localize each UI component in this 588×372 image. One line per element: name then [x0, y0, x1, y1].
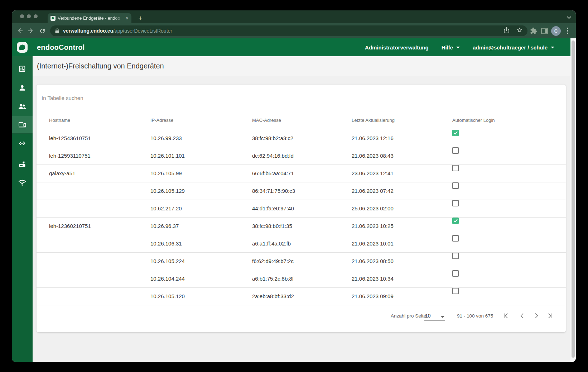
column-header-mac: MAC-Adresse	[252, 111, 281, 130]
nav-account-menu[interactable]: admin@schultraeger / schule	[473, 44, 554, 51]
browser-tab[interactable]: Verbundene Endgeräte - endoo ×	[48, 13, 131, 23]
cell-mac: 44:d1:fa:e0:97:40	[252, 200, 294, 217]
dashboard-chart-icon	[18, 65, 26, 73]
checkmark-icon	[453, 130, 458, 135]
auto-login-checkbox[interactable]	[452, 253, 459, 259]
table-header-row: Hostname IP-Adresse MAC-Adresse Letzte A…	[37, 111, 566, 130]
cell-mac: 86:34:71:75:90:c3	[252, 182, 295, 200]
back-icon[interactable]	[15, 27, 24, 35]
sidebar-item-devices[interactable]	[12, 116, 33, 133]
tab-close-icon[interactable]: ×	[126, 16, 129, 21]
forward-icon[interactable]	[27, 27, 35, 35]
address-bar[interactable]: verwaltung.endoo.eu/app/userDeviceListRo…	[50, 25, 527, 36]
sidebar-item-code[interactable]	[12, 135, 33, 152]
cell-updated: 21.06.2023 12:16	[352, 130, 394, 147]
device-row[interactable]: 10.26.105.129 86:34:71:75:90:c3 21.06.20…	[37, 182, 566, 200]
app-brand: endooControl	[37, 38, 85, 56]
browser-menu-icon[interactable]	[563, 27, 572, 35]
scrollbar-thumb[interactable]	[572, 40, 575, 358]
cell-ip: 10.62.217.20	[150, 200, 182, 217]
minimize-window-button[interactable]	[27, 14, 31, 18]
device-row[interactable]: 10.26.105.120 2a:eb:a8:bf:33:d2 21.06.20…	[37, 288, 566, 305]
page-content: In Tabelle suchen Hostname IP-Adresse MA…	[33, 76, 570, 362]
auto-login-checkbox[interactable]	[452, 165, 459, 171]
cell-updated: 21.06.2023 07:42	[352, 182, 394, 200]
device-row[interactable]: 10.26.104.244 a6:b1:75:2c:8b:8f 21.06.20…	[37, 270, 566, 288]
sidebar-item-user[interactable]	[12, 79, 33, 96]
cell-ip: 10.26.105.129	[150, 182, 185, 200]
auto-login-checkbox[interactable]	[452, 182, 459, 189]
cell-updated: 21.06.2023 09:09	[352, 288, 394, 305]
previous-page-icon[interactable]	[518, 311, 526, 320]
sidebar-item-users-group[interactable]	[12, 97, 33, 115]
cell-updated: 21.06.2023 10:34	[352, 270, 394, 287]
cell-ip: 10.26.101.101	[150, 147, 185, 164]
table-search-input[interactable]: In Tabelle suchen	[42, 93, 561, 103]
cell-updated: 21.06.2023 08:43	[352, 147, 394, 164]
next-page-icon[interactable]	[532, 311, 541, 320]
sidebar-item-router[interactable]	[12, 155, 33, 172]
device-row[interactable]: leh-12543610751 10.26.99.233 38:fc:98:b2…	[37, 130, 566, 147]
cell-updated: 21.06.2023 10:01	[352, 235, 394, 252]
window-controls	[20, 14, 38, 18]
cell-hostname: leh-12360210751	[49, 218, 91, 235]
device-table-body: leh-12543610751 10.26.99.233 38:fc:98:b2…	[37, 130, 566, 305]
nav-hilfe-menu[interactable]: Hilfe	[442, 44, 460, 51]
device-row[interactable]: 10.26.106.31 a6:a1:ff:4a:02:fb 21.06.202…	[37, 235, 566, 253]
bookmark-star-icon[interactable]	[516, 27, 523, 35]
chevron-down-icon	[456, 47, 460, 48]
column-header-ip: IP-Adresse	[150, 111, 173, 130]
zoom-window-button[interactable]	[34, 14, 38, 18]
first-page-icon[interactable]	[501, 311, 510, 320]
wifi-icon	[18, 178, 26, 187]
cell-ip: 10.26.96.37	[150, 218, 179, 235]
auto-login-checkbox[interactable]	[452, 288, 459, 294]
sidebar	[12, 38, 33, 362]
auto-login-checkbox[interactable]	[452, 147, 459, 154]
table-pagination: Anzahl pro Seite 10 91 - 100 von 675	[37, 305, 566, 332]
per-page-label: Anzahl pro Seite	[391, 313, 426, 319]
sidebar-item-logo[interactable]	[12, 38, 33, 56]
device-row[interactable]: leh-12593110751 10.26.101.101 dc:62:94:1…	[37, 147, 566, 165]
nav-administratorverwaltung[interactable]: Administratorverwaltung	[365, 44, 429, 51]
chevron-down-icon	[441, 316, 444, 318]
sidebar-item-wifi[interactable]	[12, 174, 33, 191]
device-row[interactable]: galaxy-a51 10.26.105.99 66:6f:b5:aa:04:7…	[37, 165, 566, 182]
main-area: endooControl Administratorverwaltung Hil…	[33, 38, 570, 362]
extensions-puzzle-icon[interactable]	[529, 27, 538, 35]
lock-icon[interactable]	[55, 28, 59, 34]
cell-mac: 38:fc:98:b0:f1:35	[252, 218, 292, 235]
device-table-card: In Tabelle suchen Hostname IP-Adresse MA…	[37, 85, 566, 332]
app-viewport: endooControl Administratorverwaltung Hil…	[12, 38, 576, 362]
browser-profile-avatar[interactable]: C	[551, 26, 561, 36]
url-path: /app/userDeviceListRouter	[113, 28, 172, 34]
page-title: (Internet-)Freischaltung von Endgeräten	[37, 56, 164, 76]
per-page-select[interactable]: 10	[424, 310, 445, 321]
reload-icon[interactable]	[38, 27, 47, 35]
share-icon[interactable]	[503, 27, 510, 35]
auto-login-checkbox[interactable]	[452, 235, 459, 242]
close-window-button[interactable]	[20, 14, 24, 18]
cell-mac: 38:fc:98:b2:a3:c2	[252, 130, 293, 147]
cell-ip: 10.26.105.120	[150, 288, 185, 305]
auto-login-checkbox[interactable]	[452, 130, 459, 136]
tab-title: Verbundene Endgeräte - endoo	[58, 16, 124, 21]
device-row[interactable]: leh-12360210751 10.26.96.37 38:fc:98:b0:…	[37, 218, 566, 235]
auto-login-checkbox[interactable]	[452, 200, 459, 206]
cell-mac: a6:a1:ff:4a:02:fb	[252, 235, 291, 252]
tab-search-chevron-icon[interactable]	[565, 13, 573, 22]
sidebar-item-dashboard[interactable]	[12, 60, 33, 77]
auto-login-checkbox[interactable]	[452, 270, 459, 277]
cell-mac: dc:62:94:16:bd:fd	[252, 147, 294, 164]
endoo-logo-icon	[17, 42, 28, 53]
url-domain: verwaltung.endoo.eu	[63, 28, 113, 34]
auto-login-checkbox[interactable]	[452, 218, 459, 224]
cell-ip: 10.26.99.233	[150, 130, 182, 147]
device-row[interactable]: 10.26.105.224 f6:62:d9:49:b7:2c 21.06.20…	[37, 253, 566, 270]
per-page-value: 10	[425, 313, 431, 319]
last-page-icon[interactable]	[546, 311, 555, 320]
new-tab-button[interactable]: +	[136, 14, 145, 23]
device-row[interactable]: 10.62.217.20 44:d1:fa:e0:97:40 25.06.202…	[37, 200, 566, 218]
tab-favicon	[50, 16, 56, 21]
side-panel-icon[interactable]	[540, 27, 549, 35]
